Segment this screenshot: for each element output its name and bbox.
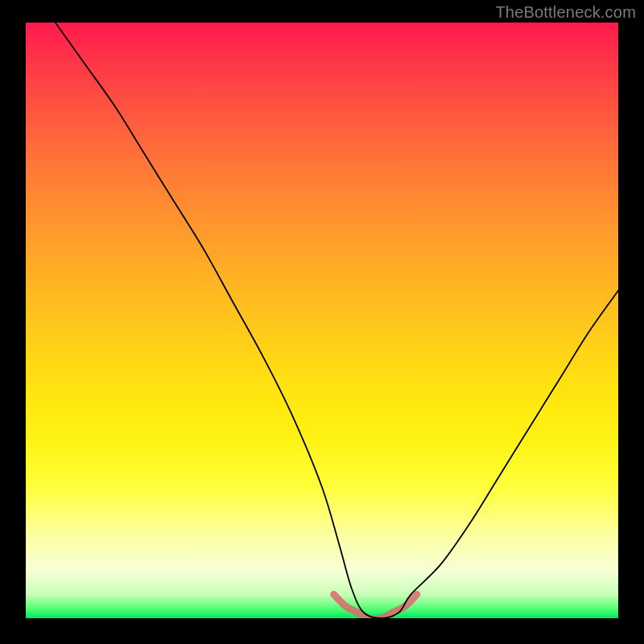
- curve-layer: [26, 23, 618, 618]
- watermark-text: TheBottleneck.com: [495, 3, 636, 22]
- chart-frame: TheBottleneck.com: [0, 0, 644, 644]
- safe-zone-accent: [334, 594, 417, 618]
- plot-area: [26, 23, 618, 618]
- bottleneck-curve: [56, 23, 618, 618]
